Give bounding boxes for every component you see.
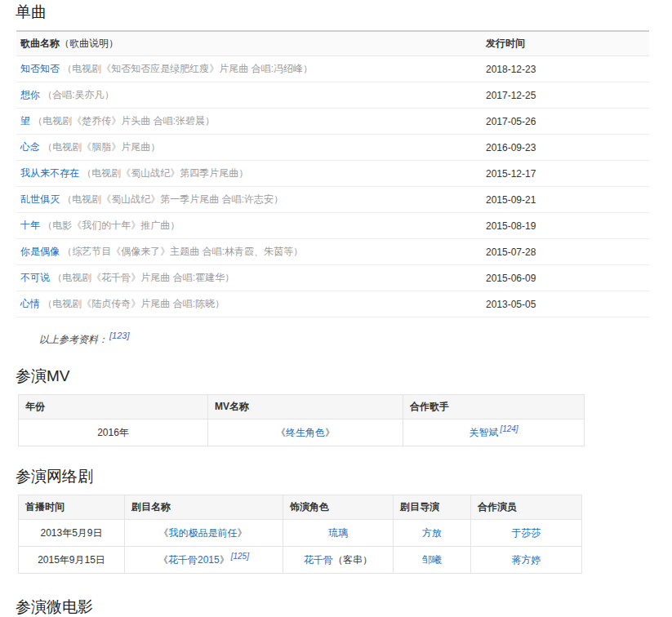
table-row: 我从来不存在 （电视剧《蜀山战纪》第四季片尾曲） 2015-12-17: [16, 161, 649, 187]
date-cell: 2015-07-28: [482, 239, 649, 265]
table-row: 望 （电视剧《楚乔传》片头曲 合唱:张碧晨） 2017-05-26: [16, 109, 649, 135]
drama-director-cell: 邹曦: [394, 547, 471, 574]
drama-link[interactable]: 花千骨2015: [168, 554, 220, 566]
drama-date-cell: 2013年5月9日: [19, 520, 125, 547]
role-link[interactable]: 琉璃: [328, 527, 348, 539]
song-desc: （合唱:吴亦凡）: [42, 89, 113, 100]
mv-header-singer: 合作歌手: [403, 395, 585, 419]
costar-link[interactable]: 蒋方婷: [512, 554, 541, 566]
bracket-right: 》: [220, 554, 229, 566]
bracket-left: 《: [276, 427, 286, 438]
costar-link[interactable]: 于莎莎: [512, 527, 541, 539]
table-row: 2013年5月9日 《我的极品是前任》 琉璃 方放 于莎莎: [19, 520, 582, 547]
song-link[interactable]: 心念: [20, 141, 40, 153]
bracket-left: 《: [158, 554, 168, 566]
reference-link[interactable]: [123]: [109, 331, 129, 340]
date-cell: 2017-12-25: [482, 82, 649, 109]
song-link[interactable]: 望: [20, 115, 30, 127]
reference-note-text: 以上参考资料：: [39, 334, 108, 345]
singer-link[interactable]: 关智斌: [469, 427, 498, 438]
song-link[interactable]: 我从来不存在: [20, 167, 79, 179]
table-row: 心情 （电视剧《陆贞传奇》片尾曲 合唱:陈晓） 2013-05-05: [16, 291, 649, 317]
table-row: 乱世俱灭 （电视剧《蜀山战纪》第一季片尾曲 合唱:许志安） 2015-09-21: [16, 187, 649, 213]
drama-costar-cell: 于莎莎: [471, 520, 582, 547]
drama-link[interactable]: 我的极品是前任: [169, 527, 238, 539]
webdrama-header-role: 饰演角色: [283, 495, 394, 520]
reference-link[interactable]: [125]: [231, 552, 249, 561]
webdrama-header-name: 剧目名称: [125, 495, 283, 520]
mv-header-year: 年份: [19, 395, 208, 419]
song-link[interactable]: 心情: [20, 298, 40, 309]
singles-header-date: 发行时间: [482, 31, 649, 56]
song-cell: 十年 （电影《我们的十年》推广曲）: [16, 213, 482, 239]
section-title-singles: 单曲: [16, 3, 672, 21]
table-row: 十年 （电影《我们的十年》推广曲） 2015-08-19: [16, 213, 649, 239]
date-cell: 2015-09-21: [482, 187, 649, 213]
mv-table: 年份 MV名称 合作歌手 2016年 《终生角色》 关智斌[124]: [18, 394, 585, 446]
table-row: 心念 （电视剧《胭脂》片尾曲） 2016-09-23: [16, 135, 649, 161]
drama-name-cell: 《花千骨2015》[125]: [125, 547, 283, 574]
webdrama-header-date: 首播时间: [19, 495, 125, 520]
bracket-right: 》: [238, 527, 247, 539]
drama-costar-cell: 蒋方婷: [471, 547, 582, 574]
song-desc: （电视剧《蜀山战纪》第一季片尾曲 合唱:许志安）: [62, 193, 283, 205]
date-cell: 2017-05-26: [482, 109, 649, 135]
song-cell: 心念 （电视剧《胭脂》片尾曲）: [16, 135, 482, 161]
singles-table: 歌曲名称（歌曲说明） 发行时间 知否知否 （电视剧《知否知否应是绿肥红瘦》片尾曲…: [16, 30, 649, 317]
song-desc: （电视剧《花千骨》片尾曲 合唱:霍建华）: [52, 272, 234, 283]
date-cell: 2013-05-05: [482, 291, 649, 317]
mv-header-row: 年份 MV名称 合作歌手: [19, 395, 585, 419]
director-link[interactable]: 方放: [422, 527, 442, 539]
table-row: 知否知否 （电视剧《知否知否应是绿肥红瘦》片尾曲 合唱:冯绍峰） 2018-12…: [16, 56, 649, 82]
mv-name-cell: 《终生角色》: [208, 419, 403, 446]
reference-link[interactable]: [124]: [500, 424, 518, 433]
drama-director-cell: 方放: [394, 520, 471, 547]
song-note-header-label: （歌曲说明）: [60, 38, 118, 49]
webdrama-header-costar: 合作演员: [471, 495, 582, 520]
role-link[interactable]: 花千骨: [304, 554, 333, 566]
drama-role-cell: 琉璃: [283, 520, 394, 547]
table-row: 你是偶像 （综艺节目《偶像来了》主题曲 合唱:林青霞、朱茵等） 2015-07-…: [16, 239, 649, 265]
director-link[interactable]: 邹曦: [422, 554, 442, 566]
song-link[interactable]: 你是偶像: [20, 246, 60, 257]
date-cell: 2015-06-09: [482, 265, 649, 291]
section-title-webdrama: 参演网络剧: [16, 468, 672, 486]
song-cell: 知否知否 （电视剧《知否知否应是绿肥红瘦》片尾曲 合唱:冯绍峰）: [16, 56, 482, 82]
mv-singer-cell: 关智斌[124]: [403, 419, 585, 446]
mv-link[interactable]: 终生角色: [286, 427, 325, 438]
bracket-right: 》: [325, 427, 335, 438]
baike-content: 单曲 歌曲名称（歌曲说明） 发行时间 知否知否 （电视剧《知否知否应是绿肥红瘦》…: [0, 3, 672, 617]
date-cell: 2018-12-23: [482, 56, 649, 82]
song-cell: 想你 （合唱:吴亦凡）: [16, 82, 482, 109]
table-row: 不可说 （电视剧《花千骨》片尾曲 合唱:霍建华） 2015-06-09: [16, 265, 649, 291]
song-link[interactable]: 乱世俱灭: [20, 193, 60, 205]
drama-name-cell: 《我的极品是前任》: [125, 520, 283, 547]
song-cell: 乱世俱灭 （电视剧《蜀山战纪》第一季片尾曲 合唱:许志安）: [16, 187, 482, 213]
song-desc: （电视剧《陆贞传奇》片尾曲 合唱:陈晓）: [42, 298, 225, 309]
webdrama-header-row: 首播时间 剧目名称 饰演角色 剧目导演 合作演员: [19, 495, 582, 520]
song-cell: 望 （电视剧《楚乔传》片头曲 合唱:张碧晨）: [16, 109, 482, 135]
song-cell: 我从来不存在 （电视剧《蜀山战纪》第四季片尾曲）: [16, 161, 482, 187]
song-link[interactable]: 知否知否: [20, 63, 60, 74]
song-desc: （电视剧《楚乔传》片头曲 合唱:张碧晨）: [33, 115, 215, 127]
song-cell: 不可说 （电视剧《花千骨》片尾曲 合唱:霍建华）: [16, 265, 482, 291]
webdrama-table: 首播时间 剧目名称 饰演角色 剧目导演 合作演员 2013年5月9日 《我的极品…: [18, 495, 582, 574]
singles-header-name: 歌曲名称（歌曲说明）: [16, 31, 482, 56]
song-link[interactable]: 十年: [20, 220, 40, 231]
mv-header-name: MV名称: [208, 395, 403, 419]
song-cell: 心情 （电视剧《陆贞传奇》片尾曲 合唱:陈晓）: [16, 291, 482, 317]
table-row: 2015年9月15日 《花千骨2015》[125] 花千骨（客串） 邹曦 蒋方婷: [19, 547, 582, 574]
mv-year-cell: 2016年: [19, 419, 208, 446]
song-desc: （电影《我们的十年》推广曲）: [42, 220, 180, 231]
webdrama-header-director: 剧目导演: [394, 495, 471, 520]
drama-role-cell: 花千骨（客串）: [283, 547, 394, 574]
song-link[interactable]: 想你: [20, 89, 40, 100]
table-row: 想你 （合唱:吴亦凡） 2017-12-25: [16, 82, 649, 109]
song-link[interactable]: 不可说: [20, 272, 50, 283]
role-note: （客串）: [333, 554, 372, 566]
section-title-mv: 参演MV: [16, 367, 672, 385]
reference-note: 以上参考资料：[123]: [39, 331, 672, 347]
release-date-header-label: 发行时间: [486, 38, 525, 49]
date-cell: 2015-12-17: [482, 161, 649, 187]
date-cell: 2015-08-19: [482, 213, 649, 239]
